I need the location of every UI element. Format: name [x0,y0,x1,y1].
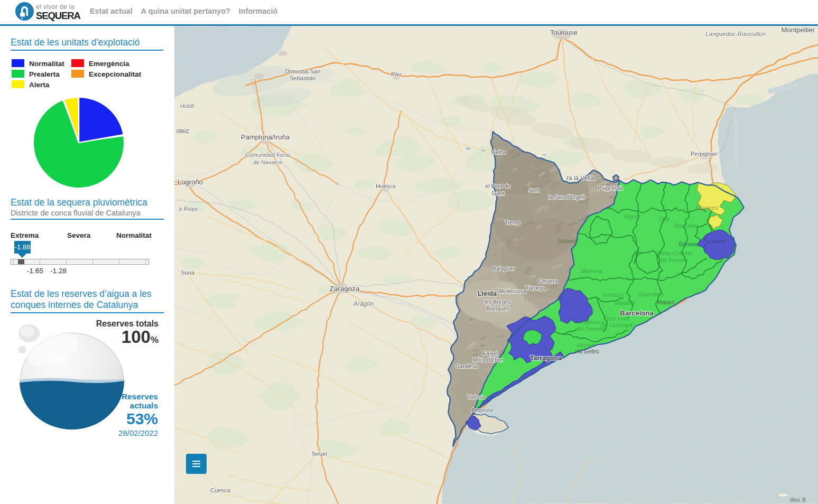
svg-text:Toulouse: Toulouse [550,29,578,36]
svg-text:Cuenca: Cuenca [210,487,231,493]
svg-text:Zaragoza: Zaragoza [329,285,360,293]
svg-text:Móra d'Ebre: Móra d'Ebre [473,357,503,363]
svg-text:Aragón: Aragón [353,300,374,307]
svg-text:Mataró: Mataró [657,299,675,305]
svg-text:i la Geltrú: i la Geltrú [575,348,599,354]
svg-text:Pamplona/Iruña: Pamplona/Iruña [241,133,290,141]
svg-text:Vic: Vic [634,249,642,255]
svg-text:el Pont de: el Pont de [485,183,510,189]
svg-text:Blanques: Blanques [486,305,509,312]
svg-text:ra la Vella: ra la Vella [566,174,594,182]
svg-text:Tàrrega: Tàrrega [526,285,545,291]
svg-text:Olot: Olot [659,216,669,222]
svg-text:skadi: skadi [180,102,194,109]
svg-text:la Seu d'Urgell: la Seu d'Urgell [549,194,584,200]
svg-text:Banyoles: Banyoles [674,222,697,229]
svg-text:Lleida: Lleida [478,290,497,297]
svg-text:Sort: Sort [528,187,538,193]
svg-text:del Penedès: del Penedès [577,325,607,332]
svg-text:Sabadell: Sabadell [614,300,636,306]
svg-text:Illes B: Illes B [790,497,806,503]
svg-text:Comunidad Foral: Comunidad Foral [245,152,290,158]
svg-text:Logroño: Logroño [178,178,203,186]
svg-text:Sebastián: Sebastián [290,75,316,81]
svg-text:Pau: Pau [391,71,402,77]
svg-text:les Borges: les Borges [485,298,511,305]
svg-text:Soria: Soria [181,269,195,276]
svg-text:Puigcerdà: Puigcerdà [598,185,622,191]
svg-text:Falset: Falset [483,350,498,357]
svg-text:Tortosa: Tortosa [467,394,486,400]
svg-text:Sant Feliu: Sant Feliu [605,315,629,322]
svg-text:Terrassa: Terrassa [602,292,623,298]
svg-text:Tarragona: Tarragona [530,354,562,362]
svg-text:steiz: steiz [176,127,189,135]
svg-text:Gandesa: Gandesa [456,363,478,369]
svg-text:Teruel: Teruel [311,451,327,457]
svg-text:a Rioja: a Rioja [179,206,198,212]
svg-text:Granollers: Granollers [638,291,664,297]
svg-text:a Bisbal: a Bisbal [708,238,726,244]
svg-text:Perpignan: Perpignan [691,151,717,157]
svg-text:de Farners: de Farners [661,257,688,263]
svg-text:Montpellier: Montpellier [781,26,815,34]
svg-text:Huesca: Huesca [376,183,396,189]
svg-text:ilanova: ilanova [577,342,594,348]
svg-text:Girona: Girona [678,241,699,247]
svg-text:Languedoc-Roussillon: Languedoc-Roussillon [705,31,766,37]
svg-text:Donostia-San: Donostia-San [285,68,321,74]
svg-text:Vilafranca: Vilafranca [580,319,605,325]
svg-text:Manresa: Manresa [581,268,603,274]
svg-text:Vielha: Vielha [491,149,506,155]
svg-text:Solsona: Solsona [557,238,578,244]
svg-text:Ripoll: Ripoll [625,213,638,220]
svg-text:de Navarra: de Navarra [253,159,282,165]
svg-text:Santa Coloma: Santa Coloma [657,250,692,256]
svg-text:Cervera: Cervera [538,278,558,284]
svg-text:Figueres: Figueres [696,204,718,211]
svg-text:Tremp: Tremp [505,219,520,226]
svg-text:Suert: Suert [491,190,504,197]
svg-text:Mollerussa: Mollerussa [499,288,526,294]
svg-text:Balaguer: Balaguer [492,265,515,272]
svg-text:Amposta: Amposta [471,407,493,413]
